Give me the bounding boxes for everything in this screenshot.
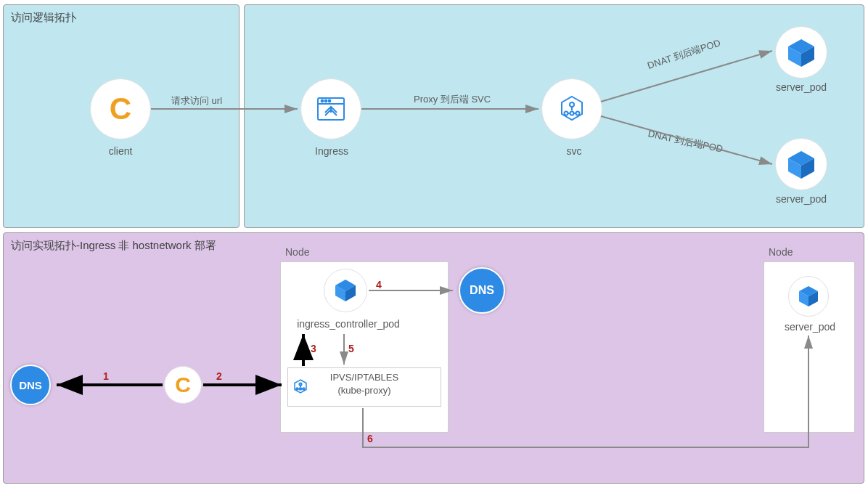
svg-point-26 [296, 388, 298, 390]
dns-left: DNS [10, 365, 51, 405]
edge-label-req-url: 请求访问 url [171, 94, 222, 107]
dns-icon: DNS [10, 365, 51, 405]
ingress-controller-pod-label: ingress_controller_pod [290, 318, 406, 330]
node-box-left-title: Node [285, 246, 309, 258]
dns-icon: DNS [459, 267, 505, 314]
step-6: 6 [367, 433, 373, 444]
svg-point-11 [570, 112, 574, 115]
client-small: C [164, 366, 202, 404]
ipvs-line1: IPVS/IPTABLES [330, 372, 398, 383]
panel-title-top: 访问逻辑拓扑 [11, 11, 76, 25]
node-box-right-title: Node [769, 246, 793, 258]
ingress-label: Ingress [314, 145, 350, 157]
ipvs-box: IPVS/IPTABLES (kube-proxy) [287, 367, 441, 407]
svg-point-4 [329, 100, 331, 102]
cube-icon [796, 284, 821, 309]
step-3: 3 [311, 343, 316, 354]
server-pod-top-1 [775, 26, 827, 78]
dns-right: DNS [459, 267, 505, 314]
client-node: C [90, 78, 151, 139]
server-pod-top-2-label: server_pod [772, 193, 830, 205]
svg-point-12 [576, 112, 580, 115]
svg-point-3 [325, 100, 327, 102]
ingress-controller-pod-node [324, 269, 367, 312]
client-label: client [106, 145, 135, 157]
svg-point-10 [565, 112, 568, 115]
svg-point-2 [322, 100, 324, 102]
edge-label-proxy-svc: Proxy 到后端 SVC [414, 93, 491, 106]
server-pod-top-1-label: server_pod [772, 81, 830, 93]
server-pod-bottom [788, 276, 829, 317]
cube-icon [785, 148, 817, 180]
ingress-node [300, 78, 361, 139]
cube-icon [332, 277, 359, 304]
svg-point-23 [299, 383, 301, 385]
cube-icon [785, 36, 817, 68]
svc-node [541, 78, 602, 139]
step-4: 4 [376, 279, 382, 290]
step-5: 5 [348, 343, 354, 354]
svc-label: svc [563, 145, 585, 157]
ipvs-line2: (kube-proxy) [338, 385, 391, 396]
step-1: 1 [103, 370, 109, 382]
server-pod-top-2 [775, 138, 827, 190]
step-2: 2 [216, 370, 222, 382]
svg-point-27 [300, 388, 302, 390]
svg-point-28 [303, 388, 305, 390]
panel-title-bottom: 访问实现拓扑-Ingress 非 hostnetwork 部署 [11, 239, 216, 253]
svg-point-7 [570, 102, 574, 107]
server-pod-bottom-label: server_pod [782, 321, 838, 333]
